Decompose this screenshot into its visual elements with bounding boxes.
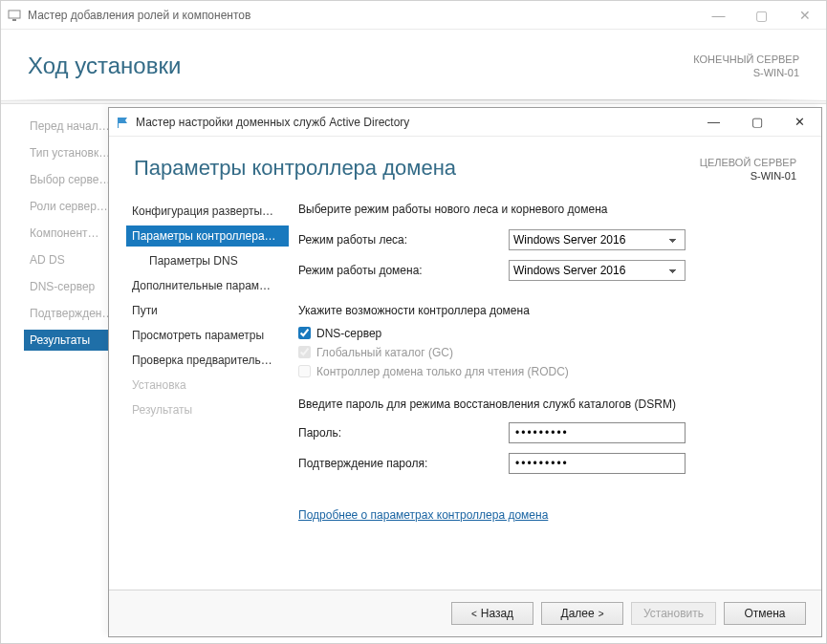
svg-rect-1: [12, 19, 16, 21]
fg-target-server: ЦЕЛЕВОЙ СЕРВЕР S-WIN-01: [700, 156, 796, 183]
next-button[interactable]: Далее >: [541, 602, 623, 625]
fg-nav-dc-options[interactable]: Параметры контроллера…: [126, 225, 289, 247]
dsrm-confirm-row: Подтверждение пароля:: [298, 453, 796, 474]
dsrm-password-label: Пароль:: [298, 426, 509, 440]
rodc-checkbox-label: Контроллер домена только для чтения (ROD…: [316, 365, 569, 378]
bg-window-controls: — ▢ ✕: [697, 1, 826, 29]
fg-header: Параметры контроллера домена ЦЕЛЕВОЙ СЕР…: [109, 137, 821, 183]
rodc-checkbox-row: Контроллер домена только для чтения (ROD…: [298, 365, 796, 378]
dsrm-confirm-label: Подтверждение пароля:: [298, 457, 509, 470]
fg-maximize-button[interactable]: ▢: [735, 108, 778, 136]
install-button-label: Установить: [643, 607, 704, 620]
dns-server-checkbox-row[interactable]: DNS-сервер: [298, 327, 796, 340]
gc-checkbox: [298, 346, 311, 358]
forest-level-row: Режим работы леса: Windows Server 2016: [298, 229, 796, 250]
fg-nav-review-options[interactable]: Просмотреть параметры: [126, 325, 289, 346]
bg-maximize-button[interactable]: ▢: [740, 1, 783, 29]
bg-target-server: КОНЕЧНЫЙ СЕРВЕР S-WIN-01: [693, 53, 799, 80]
domain-level-select[interactable]: Windows Server 2016: [509, 260, 686, 281]
domain-level-label: Режим работы домена:: [298, 264, 509, 277]
fg-minimize-button[interactable]: —: [692, 108, 735, 136]
gc-checkbox-row: Глобальный каталог (GC): [298, 346, 796, 359]
fg-nav-results: Результаты: [126, 399, 289, 420]
server-manager-icon: [7, 8, 22, 23]
rodc-checkbox: [298, 365, 311, 377]
gc-checkbox-label: Глобальный каталог (GC): [316, 346, 453, 359]
forest-level-select[interactable]: Windows Server 2016: [509, 229, 686, 250]
fg-nav-deployment-config[interactable]: Конфигурация разверты…: [126, 201, 289, 222]
forest-level-label: Режим работы леса:: [298, 233, 509, 247]
dsrm-password-input[interactable]: [509, 422, 686, 443]
fg-main-panel: Выберите режим работы нового леса и корн…: [289, 201, 821, 590]
fg-nav-paths[interactable]: Пути: [126, 300, 289, 321]
bg-close-button[interactable]: ✕: [783, 1, 826, 29]
flag-icon: [115, 115, 130, 130]
more-about-dc-options-link[interactable]: Подробнее о параметрах контроллера домен…: [298, 508, 548, 522]
fg-close-button[interactable]: ✕: [778, 108, 821, 136]
bg-server-name: S-WIN-01: [693, 66, 799, 79]
fg-footer: < Назад Далее > Установить Отмена: [109, 590, 821, 636]
dsrm-caption: Введите пароль для режима восстановления…: [298, 397, 796, 411]
fg-nav-prereq-check[interactable]: Проверка предваритель…: [126, 350, 289, 371]
bg-header: Ход установки КОНЕЧНЫЙ СЕРВЕР S-WIN-01: [1, 30, 826, 80]
chevron-left-icon: <: [471, 609, 477, 619]
functional-level-caption: Выберите режим работы нового леса и корн…: [298, 203, 796, 216]
bg-page-heading: Ход установки: [28, 53, 181, 79]
back-button[interactable]: < Назад: [451, 602, 533, 625]
fg-window-title: Мастер настройки доменных служб Active D…: [136, 116, 409, 129]
dc-capabilities-caption: Укажите возможности контроллера домена: [298, 304, 796, 317]
dsrm-confirm-input[interactable]: [509, 453, 686, 474]
bg-minimize-button[interactable]: —: [697, 1, 740, 29]
adds-config-wizard-window: Мастер настройки доменных служб Active D…: [108, 107, 822, 637]
fg-page-heading: Параметры контроллера домена: [134, 156, 456, 181]
dns-server-checkbox-label: DNS-сервер: [316, 327, 381, 340]
fg-server-name: S-WIN-01: [700, 169, 796, 182]
next-button-label: Далее: [561, 607, 595, 620]
bg-window-title: Мастер добавления ролей и компонентов: [28, 9, 250, 22]
cancel-button[interactable]: Отмена: [724, 602, 806, 625]
chevron-right-icon: >: [598, 609, 604, 619]
bg-server-label: КОНЕЧНЫЙ СЕРВЕР: [693, 53, 799, 66]
fg-server-label: ЦЕЛЕВОЙ СЕРВЕР: [700, 156, 796, 169]
back-button-label: Назад: [481, 607, 513, 620]
dns-server-checkbox[interactable]: [298, 327, 311, 339]
domain-level-row: Режим работы домена: Windows Server 2016: [298, 260, 796, 281]
fg-nav-additional-options[interactable]: Дополнительные парам…: [126, 275, 289, 296]
fg-window-controls: — ▢ ✕: [692, 108, 821, 136]
install-button: Установить: [631, 602, 716, 625]
cancel-button-label: Отмена: [744, 607, 785, 620]
bg-titlebar: Мастер добавления ролей и компонентов — …: [1, 1, 826, 30]
fg-titlebar: Мастер настройки доменных служб Active D…: [109, 108, 821, 137]
dsrm-password-row: Пароль:: [298, 422, 796, 443]
svg-rect-0: [9, 11, 20, 18]
fg-nav-dns-options[interactable]: Параметры DNS: [126, 250, 289, 271]
fg-nav-installation: Установка: [126, 375, 289, 396]
fg-nav: Конфигурация разверты… Параметры контрол…: [109, 201, 289, 590]
